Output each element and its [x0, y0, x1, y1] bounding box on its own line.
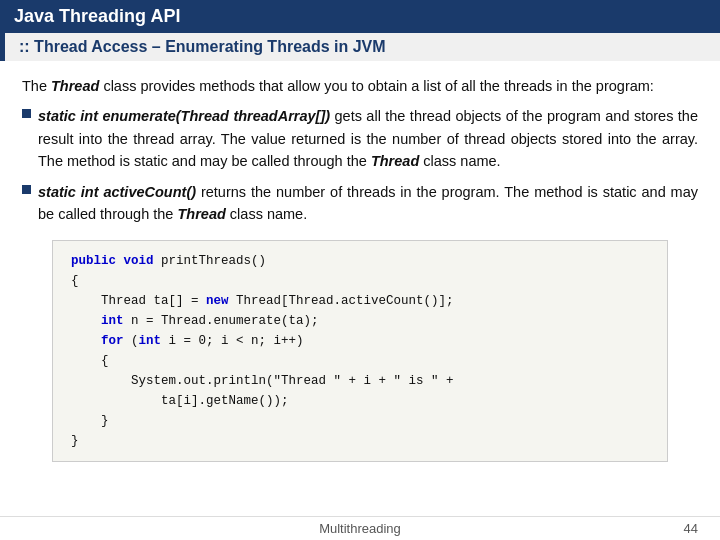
content-area: The Thread class provides methods that a…	[0, 61, 720, 516]
bullet2-method: static int activeCount()	[38, 184, 196, 200]
code-line-8: ta[i].getName());	[71, 391, 649, 411]
code-line-5: for (int i = 0; i < n; i++)	[71, 331, 649, 351]
footer-page: 44	[684, 521, 698, 536]
bullet2-desc2: class name.	[226, 206, 307, 222]
bullet-square-1	[22, 109, 31, 118]
bullet1-method: static int enumerate(Thread threadArray[…	[38, 108, 330, 124]
code-line-7: System.out.println("Thread " + i + " is …	[71, 371, 649, 391]
slide-container: Java Threading API :: Thread Access – En…	[0, 0, 720, 540]
footer-label: Multithreading	[319, 521, 401, 536]
code-line-6: {	[71, 351, 649, 371]
code-line-10: }	[71, 431, 649, 451]
code-line-3: Thread ta[] = new Thread[Thread.activeCo…	[71, 291, 649, 311]
title-bar: Java Threading API	[0, 0, 720, 33]
intro-text-before: The	[22, 78, 51, 94]
bullet-item-1: static int enumerate(Thread threadArray[…	[22, 105, 698, 172]
bullet-item-2: static int activeCount() returns the num…	[22, 181, 698, 226]
code-block: public void printThreads() { Thread ta[]…	[52, 240, 668, 462]
slide-title: Java Threading API	[14, 6, 180, 27]
code-line-9: }	[71, 411, 649, 431]
bullet-text-1: static int enumerate(Thread threadArray[…	[38, 105, 698, 172]
bullet2-thread-ref: Thread	[177, 206, 225, 222]
intro-thread-class: Thread	[51, 78, 99, 94]
footer: Multithreading 44	[0, 516, 720, 540]
code-line-2: {	[71, 271, 649, 291]
bullet-text-2: static int activeCount() returns the num…	[38, 181, 698, 226]
code-line-1: public void printThreads()	[71, 251, 649, 271]
slide-subtitle: :: Thread Access – Enumerating Threads i…	[19, 38, 386, 55]
code-line-4: int n = Thread.enumerate(ta);	[71, 311, 649, 331]
subtitle-bar: :: Thread Access – Enumerating Threads i…	[0, 33, 720, 61]
bullet1-desc2: class name.	[419, 153, 500, 169]
bullet-square-2	[22, 185, 31, 194]
intro-paragraph: The Thread class provides methods that a…	[22, 75, 698, 97]
intro-text-after: class provides methods that allow you to…	[99, 78, 654, 94]
bullet1-thread-ref: Thread	[371, 153, 419, 169]
